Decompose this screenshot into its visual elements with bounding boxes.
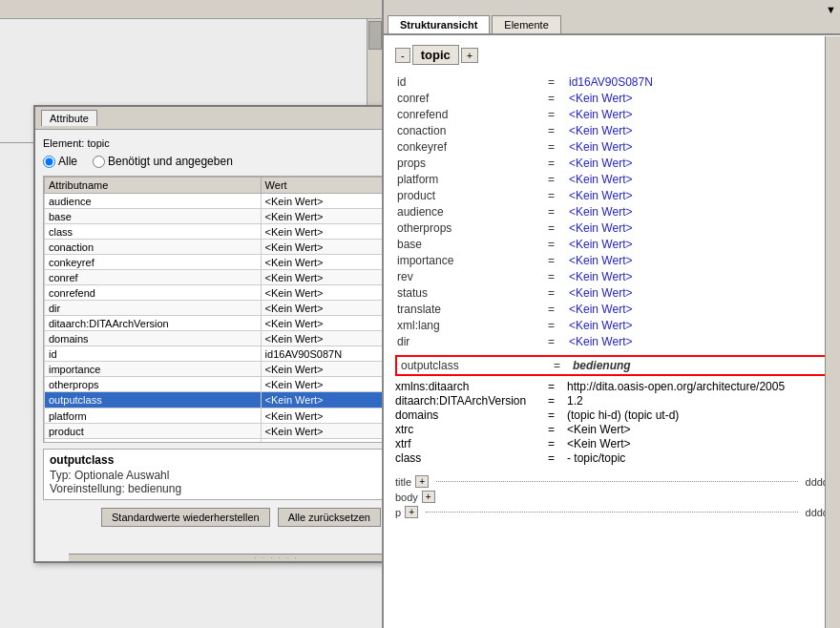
right-attr-value: <Kein Wert> xyxy=(567,334,829,349)
right-attr-value: <Kein Wert> xyxy=(567,285,829,301)
panel-title-tab[interactable]: Attribute xyxy=(41,110,97,126)
right-attr-eq: = xyxy=(548,91,567,106)
attr-row-name[interactable]: product xyxy=(45,424,262,439)
tab-strukturansicht[interactable]: Strukturansicht xyxy=(388,15,490,33)
right-attr2-eq: = xyxy=(548,408,567,422)
right-attr-name: importance xyxy=(395,253,548,268)
right-attr-name: base xyxy=(395,237,548,252)
radio-group: Alle Benötigt und angegeben xyxy=(43,155,439,168)
outputclass-highlighted-row: outputclass = bedienung xyxy=(395,355,829,376)
topic-minus-btn[interactable]: - xyxy=(395,48,410,63)
right-attr-name: xml:lang xyxy=(395,318,548,333)
struct-plus-btn[interactable]: + xyxy=(405,506,418,518)
right-attr-name: conrefend xyxy=(395,107,548,122)
col-header-name: Attributname xyxy=(45,178,262,194)
right-attr2-eq: = xyxy=(548,451,567,465)
right-tabs: Strukturansicht Elemente ▼ xyxy=(384,0,840,35)
topic-node-area: - topic + xyxy=(384,35,840,71)
right-attr-value: <Kein Wert> xyxy=(567,139,829,155)
right-attr-value: <Kein Wert> xyxy=(567,204,829,220)
right-attr-name: dir xyxy=(395,334,548,349)
attr-row-name[interactable]: otherprops xyxy=(45,377,262,392)
attr-row-name[interactable]: importance xyxy=(45,362,262,377)
right-attr-eq: = xyxy=(548,237,567,252)
reset-all-button[interactable]: Alle zurücksetzen xyxy=(278,508,381,527)
struct-nodes: title+ddddbody+p+dddd xyxy=(384,467,840,527)
struct-dots xyxy=(436,481,798,482)
panel-menu-icon[interactable]: ▼ xyxy=(826,4,836,15)
right-attr-eq: = xyxy=(548,74,567,90)
info-attr-name: outputclass xyxy=(50,453,432,467)
right-attr-name: audience xyxy=(395,204,548,220)
tab-elemente[interactable]: Elemente xyxy=(492,15,560,33)
right-attr-name: conref xyxy=(395,91,548,106)
right-attr-value: id16AV90S087N xyxy=(567,74,829,90)
attribute-table-wrapper: Attributname Wert audience<Kein Wert>bas… xyxy=(43,176,439,443)
struct-tag: p xyxy=(395,507,401,518)
right-attr-value: <Kein Wert> xyxy=(567,237,829,252)
outputclass-value: bedienung xyxy=(573,359,823,372)
topic-plus-btn[interactable]: + xyxy=(461,48,478,63)
right-scrollbar[interactable] xyxy=(825,36,840,628)
outputclass-name: outputclass xyxy=(401,359,554,372)
right-attr-name: translate xyxy=(395,302,548,317)
right-attr-eq: = xyxy=(548,318,567,333)
right-attr-name: id xyxy=(395,74,548,90)
outputclass-eq: = xyxy=(554,359,573,372)
bottom-buttons: Standardwerte wiederherstellen Alle zurü… xyxy=(43,508,439,527)
attr-row-name[interactable]: dir xyxy=(45,301,262,316)
attr-row-name[interactable]: outputclass xyxy=(45,392,262,408)
right-attr2-name: domains xyxy=(395,408,548,422)
right-attr-eq: = xyxy=(548,188,567,203)
attr-row-name[interactable]: domains xyxy=(45,331,262,346)
struct-row: p+dddd xyxy=(395,506,829,518)
attr-row-name[interactable]: platform xyxy=(45,408,262,424)
struct-plus-btn[interactable]: + xyxy=(415,475,429,488)
right-attr-eq: = xyxy=(548,204,567,220)
right-attr-eq: = xyxy=(548,156,567,171)
attr-row-name[interactable]: base xyxy=(45,209,262,224)
attr-row-name[interactable]: conkeyref xyxy=(45,255,262,270)
attribute-table-scroll[interactable]: Attributname Wert audience<Kein Wert>bas… xyxy=(44,177,438,442)
right-attr2-eq: = xyxy=(548,380,567,393)
right-attr-eq: = xyxy=(548,302,567,317)
info-type: Typ: Optionale Auswahl xyxy=(50,469,432,482)
right-attr-eq: = xyxy=(548,123,567,138)
struct-plus-btn[interactable]: + xyxy=(422,491,435,503)
right-attr-value: <Kein Wert> xyxy=(567,91,829,106)
right-attr-value: <Kein Wert> xyxy=(567,123,829,138)
right-attr-name: product xyxy=(395,188,548,203)
right-attr2-value: <Kein Wert> xyxy=(567,437,829,450)
restore-defaults-button[interactable]: Standardwerte wiederherstellen xyxy=(101,508,270,527)
attribute-table: Attributname Wert audience<Kein Wert>bas… xyxy=(44,177,438,442)
right-attr2-name: class xyxy=(395,451,548,465)
right-attr2-name: ditaarch:DITAArchVersion xyxy=(395,394,548,408)
right-attr-name: otherprops xyxy=(395,220,548,236)
attr-row-name[interactable]: class xyxy=(45,224,262,240)
right-attr-list: id = id16AV90S087Nconref = <Kein Wert>co… xyxy=(384,71,840,353)
right-attr-value: <Kein Wert> xyxy=(567,318,829,333)
right-attr-eq: = xyxy=(548,220,567,236)
attr-row-name[interactable]: ditaarch:DITAArchVersion xyxy=(45,316,262,331)
attr-row-name[interactable]: conrefend xyxy=(45,285,262,301)
right-attr-value: <Kein Wert> xyxy=(567,220,829,236)
attr-row-name[interactable]: props xyxy=(45,439,262,443)
attr-row-name[interactable]: conref xyxy=(45,270,262,285)
attr-row-name[interactable]: conaction xyxy=(45,240,262,255)
topic-label[interactable]: topic xyxy=(412,45,459,65)
struct-tag: title xyxy=(395,476,411,488)
right-attr-eq: = xyxy=(548,285,567,301)
right-attr2-eq: = xyxy=(548,423,567,436)
attr-row-name[interactable]: id xyxy=(45,346,262,362)
right-panel: Strukturansicht Elemente ▼ - topic + id … xyxy=(382,0,840,628)
attr-row-name[interactable]: audience xyxy=(45,194,262,209)
right-attr-value: <Kein Wert> xyxy=(567,253,829,268)
right-attr2-eq: = xyxy=(548,437,567,450)
right-attr-name: platform xyxy=(395,172,548,187)
right-attr-eq: = xyxy=(548,334,567,349)
struct-tag: body xyxy=(395,492,418,503)
right-attr2-value: http://dita.oasis-open.org/architecture/… xyxy=(567,380,829,393)
radio-all[interactable]: Alle xyxy=(43,155,77,168)
right-attr-eq: = xyxy=(548,172,567,187)
radio-needed[interactable]: Benötigt und angegeben xyxy=(93,155,233,168)
